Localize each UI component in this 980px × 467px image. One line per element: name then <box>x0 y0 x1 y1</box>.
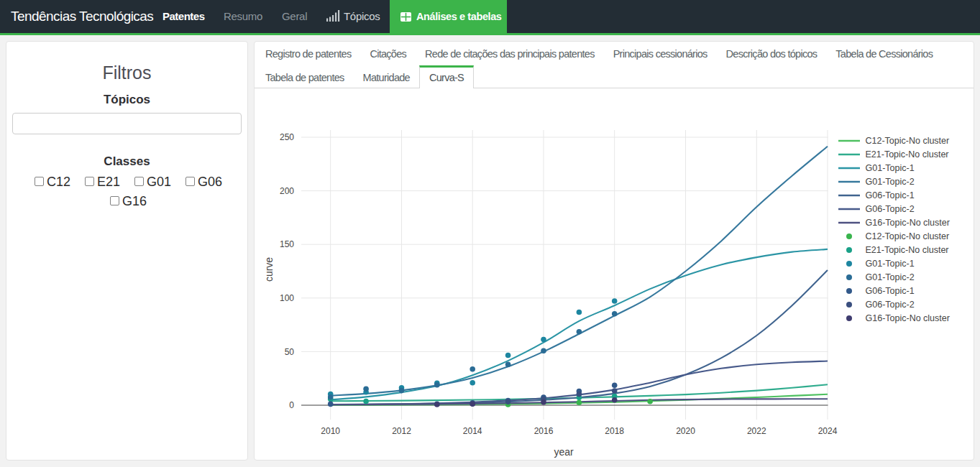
svg-text:G06-Topic-2: G06-Topic-2 <box>866 204 915 214</box>
svg-text:150: 150 <box>280 239 294 249</box>
svg-text:50: 50 <box>285 347 295 357</box>
svg-text:2016: 2016 <box>534 426 554 436</box>
svg-text:G01-Topic-2: G01-Topic-2 <box>866 177 915 187</box>
svg-text:E21-Topic-No cluster: E21-Topic-No cluster <box>866 245 949 255</box>
svg-text:2020: 2020 <box>676 426 695 436</box>
svg-text:G01-Topic-2: G01-Topic-2 <box>866 272 915 282</box>
svg-text:G16-Topic-No cluster: G16-Topic-No cluster <box>866 313 950 323</box>
svg-text:G01-Topic-1: G01-Topic-1 <box>866 163 915 173</box>
svg-text:curve: curve <box>263 257 275 282</box>
svg-text:0: 0 <box>289 400 294 410</box>
svg-text:G01-Topic-1: G01-Topic-1 <box>866 259 915 269</box>
svg-text:2012: 2012 <box>392 426 411 436</box>
svg-text:year: year <box>554 446 574 458</box>
svg-text:2024: 2024 <box>818 426 838 436</box>
svg-text:2010: 2010 <box>321 426 340 436</box>
svg-text:100: 100 <box>280 293 294 303</box>
svg-text:E21-Topic-No cluster: E21-Topic-No cluster <box>866 149 949 159</box>
svg-text:G06-Topic-2: G06-Topic-2 <box>866 300 915 310</box>
svg-text:2018: 2018 <box>605 426 624 436</box>
svg-text:G06-Topic-1: G06-Topic-1 <box>866 190 915 200</box>
svg-text:2022: 2022 <box>747 426 766 436</box>
svg-text:G16-Topic-No cluster: G16-Topic-No cluster <box>866 218 950 228</box>
svg-text:250: 250 <box>280 132 294 142</box>
svg-text:200: 200 <box>280 186 294 196</box>
svg-text:2014: 2014 <box>463 426 482 436</box>
svg-text:C12-Topic-No cluster: C12-Topic-No cluster <box>866 136 950 146</box>
svg-text:G06-Topic-1: G06-Topic-1 <box>866 286 915 296</box>
svg-text:C12-Topic-No cluster: C12-Topic-No cluster <box>866 231 950 241</box>
